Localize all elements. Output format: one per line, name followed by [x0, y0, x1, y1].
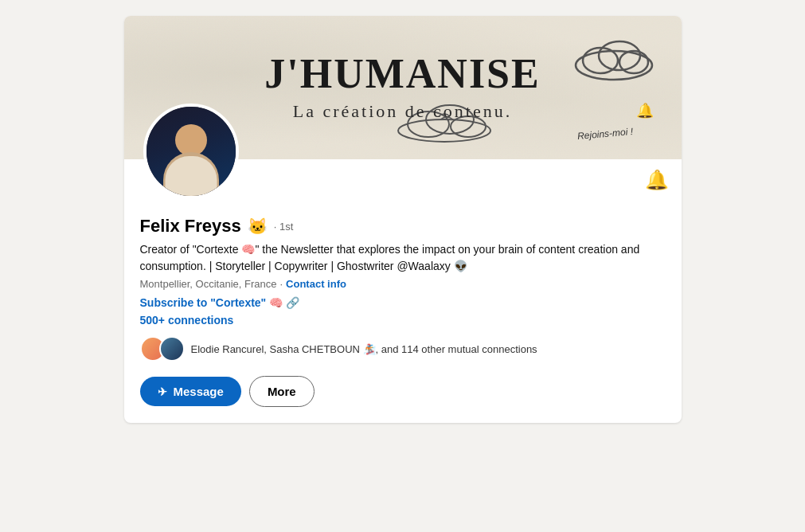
avatar-image	[147, 107, 236, 196]
profile-headline: Creator of "Cortexte 🧠" the Newsletter t…	[140, 241, 666, 275]
banner-title: J'HUMANISE	[264, 53, 540, 95]
subscribe-label: Subscribe to "Cortexte" 🧠 🔗	[140, 296, 300, 309]
contact-info-link[interactable]: Contact info	[286, 278, 346, 290]
mutual-avatars	[140, 336, 185, 362]
cloud-right-decoration	[570, 32, 658, 87]
avatar-shirt	[165, 156, 217, 196]
location-row: Montpellier, Occitanie, France · Contact…	[140, 278, 666, 290]
avatar-head	[175, 124, 207, 156]
action-buttons-row: ✈ Message More	[140, 376, 666, 407]
message-button[interactable]: ✈ Message	[140, 377, 241, 406]
avatar	[143, 104, 239, 199]
mutual-connections-row: Elodie Rancurel, Sasha CHETBOUN 🏂, and 1…	[140, 336, 666, 362]
profile-card: J'HUMANISE La création de contenu. 🔔 Rej…	[124, 16, 682, 423]
profile-info-section: Felix Freyss 🐱 · 1st Creator of "Cortext…	[124, 203, 682, 423]
bell-icon-banner: 🔔	[636, 102, 654, 119]
subscribe-link[interactable]: Subscribe to "Cortexte" 🧠 🔗	[140, 296, 666, 309]
mutual-avatar-2	[159, 336, 185, 362]
mutual-connections-text: Elodie Rancurel, Sasha CHETBOUN 🏂, and 1…	[191, 343, 537, 355]
name-emoji: 🐱	[248, 217, 268, 236]
location-text: Montpellier, Occitanie, France	[140, 278, 277, 290]
name-row: Felix Freyss 🐱 · 1st	[140, 216, 666, 237]
banner-content: J'HUMANISE La création de contenu.	[264, 53, 540, 122]
svg-point-4	[398, 119, 490, 142]
svg-point-3	[619, 51, 648, 73]
connection-degree-badge: · 1st	[274, 221, 294, 233]
more-button[interactable]: More	[249, 376, 315, 407]
connections-link[interactable]: 500+ connections	[140, 314, 666, 327]
profile-name: Felix Freyss	[140, 216, 241, 237]
notification-bell-icon[interactable]: 🔔	[645, 169, 669, 191]
banner-subtitle: La création de contenu.	[264, 101, 540, 122]
location-separator: ·	[279, 278, 283, 290]
send-icon: ✈	[158, 385, 167, 398]
message-button-label: Message	[174, 385, 224, 398]
